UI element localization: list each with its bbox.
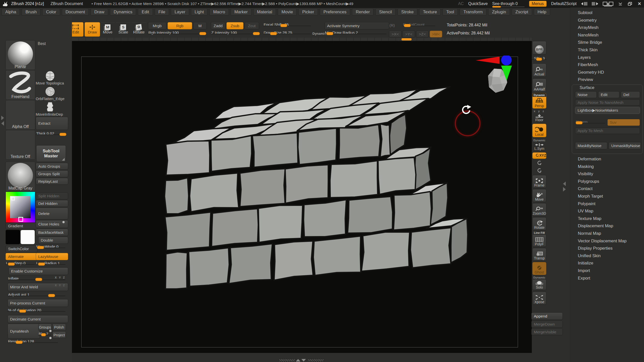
tool-subpalette-unified-skin[interactable]: Unified Skin [570,252,644,260]
tool-subpalette-polygroups[interactable]: Polygroups [570,178,644,185]
thick-slider[interactable]: Thick 0.02 [36,131,65,136]
menu-item-texture[interactable]: Texture [419,9,441,16]
delete-button[interactable]: Delete [36,208,68,219]
menu-item-transform[interactable]: Transform [460,9,487,16]
left-scroll-dashes[interactable] [2,199,4,230]
persp-button[interactable]: Dynamic Persp [532,93,546,109]
rotate-canvas-button[interactable]: Rotate [532,217,546,230]
close-button[interactable]: × [637,2,642,6]
tray-up-arrow-icon[interactable] [296,359,300,361]
tool-subpalette-layers[interactable]: Layers [570,54,644,61]
tool-subpalette-normal-map[interactable]: Normal Map [570,230,644,237]
extract-button[interactable]: Extract [36,117,68,130]
mirror-weld-xyz-label[interactable]: X Y Z [55,284,65,287]
menus-button[interactable]: Menus [529,1,547,7]
apply-to-mesh-button[interactable]: Apply To Mesh [575,127,640,134]
menu-item-document[interactable]: Document [62,9,89,16]
move-infinite-thumb[interactable] [45,102,55,112]
draw-button[interactable]: Draw [85,22,100,37]
menu-item-zscript[interactable]: Zscript [512,9,532,16]
mask-by-noise-button[interactable]: MaskByNoise [575,142,607,149]
min-draw-radius-slider[interactable]: Min Draw Radius 2 [325,30,386,35]
del-hidden-button[interactable]: Del Hidden [36,200,68,207]
tool-subpalette-texture-map[interactable]: Texture Map [570,215,644,222]
left-scroll-dashes[interactable] [2,160,4,195]
stroke-current[interactable]: FreeHand [6,70,35,100]
unmask-by-noise-button[interactable]: UnmaskByNoise [609,142,641,149]
draw-size-slider[interactable]: Draw Size 28.75 [263,30,311,35]
menu-item-light[interactable]: Light [191,9,208,16]
tool-subpalette-initialize[interactable]: Initialize [570,259,644,267]
noise-del-button[interactable]: Del [621,91,640,98]
dynamesh-polish-button[interactable]: Polish [52,324,66,331]
suv-button[interactable]: Suv [607,119,640,126]
noise-button[interactable]: Noise [575,91,597,98]
tool-subpalette-subtool[interactable]: Subtool [570,9,644,17]
rgb-button[interactable]: Rgb [168,22,192,29]
dynamesh-blur-slider[interactable]: Blur 2 [38,331,51,336]
enable-customize-button[interactable]: Enable Customize [9,267,68,275]
rotate-z-button[interactable]: Z [532,168,546,174]
resolution-slider[interactable]: Resolution 128 [8,339,58,344]
move-canvas-button[interactable]: Move [532,189,546,202]
tool-subpalette-deformation[interactable]: Deformation [570,155,644,163]
default-zscript-button[interactable]: DefaultZScript [551,2,577,6]
bpr-button[interactable]: BPR [532,41,546,55]
tool-subpalette-arraymesh[interactable]: ArrayMesh [570,24,644,31]
tool-subpalette-slime-bridge[interactable]: Slime Bridge [570,39,644,46]
secondary-color-swatch[interactable] [20,230,35,244]
double-button[interactable]: Double [38,237,68,244]
menu-item-alpha[interactable]: Alpha [2,9,20,16]
zcut-button[interactable]: Zcut [245,22,259,29]
menu-item-stencil[interactable]: Stencil [375,9,396,16]
brush-slot-label[interactable]: OrbFlatten_Edge [36,97,65,101]
tool-subpalette-fibermesh[interactable]: FiberMesh [570,61,644,69]
lazystep-slider[interactable]: LazyStep 0 [6,261,35,266]
frame-button[interactable]: Frame [532,175,546,188]
wrapmode-slider[interactable]: WrapMode 0 [36,244,65,249]
backface-mask-button[interactable]: BackfaceMask [36,229,68,236]
menu-item-tool[interactable]: Tool [442,9,458,16]
tool-subpalette-import[interactable]: Import [570,267,644,275]
menu-item-layer[interactable]: Layer [171,9,189,16]
tool-subpalette-vector-displacement-map[interactable]: Vector Displacement Map [570,237,644,245]
sym-m-button[interactable]: >M< [430,31,442,37]
left-tray-toggle[interactable] [581,2,587,6]
mergevisible-button[interactable]: MergeVisible [531,329,563,335]
right-tray-collapse-icon[interactable] [563,182,566,186]
bottom-divider-handle[interactable] [307,359,324,362]
see-through-slider[interactable]: See-through 0 [492,2,525,6]
document-canvas[interactable] [72,41,532,353]
tool-subpalette-preview[interactable]: Preview [570,76,644,83]
top-divider-handle[interactable] [401,38,412,40]
alpha-current[interactable]: Alpha Off [6,100,35,130]
preprocess-current-button[interactable]: Pre-process Current [8,299,68,307]
replay-last-button[interactable]: ReplayLast [36,178,68,185]
local-button[interactable]: Local [532,124,546,137]
tool-subpalette-export[interactable]: Export [570,275,644,282]
menu-item-color[interactable]: Color [42,9,60,16]
z-intensity-slider[interactable]: Z Intensity 100 [211,30,259,35]
menu-item-zplugin[interactable]: Zplugin [488,9,510,16]
spix-slider[interactable]: SPix 3 [532,56,546,61]
m-button[interactable]: M [193,22,207,29]
solo-button[interactable]: Solo [532,279,546,290]
menu-item-brush[interactable]: Brush [22,9,40,16]
apply-noise-nanomesh-button[interactable]: Apply Noise To NanoMesh [575,99,640,106]
brush-current[interactable]: Planar [6,40,35,70]
surface-header[interactable]: Surface [572,85,642,91]
sym-z-button[interactable]: >Z< [416,31,429,37]
snorm-slider[interactable]: SNorm [575,119,605,124]
tool-subpalette-morph-target[interactable]: Morph Target [570,193,644,200]
menu-item-movie[interactable]: Movie [278,9,297,16]
tool-subpalette-contact[interactable]: Contact [570,185,644,193]
menu-item-material[interactable]: Material [253,9,276,16]
tool-subpalette-displacement-map[interactable]: Displacement Map [570,222,644,230]
tool-subpalette-uv-map[interactable]: UV Map [570,207,644,215]
brush-slot-label[interactable]: Move Topologica [36,81,65,85]
move-button[interactable]: M Move [100,22,115,37]
tool-subpalette-nanomesh[interactable]: NanoMesh [570,31,644,39]
switchcolor-button[interactable]: SwitchColor [6,245,37,252]
auto-groups-button[interactable]: Auto Groups [36,163,68,170]
dynamesh-button[interactable]: DynaMesh [8,324,40,339]
